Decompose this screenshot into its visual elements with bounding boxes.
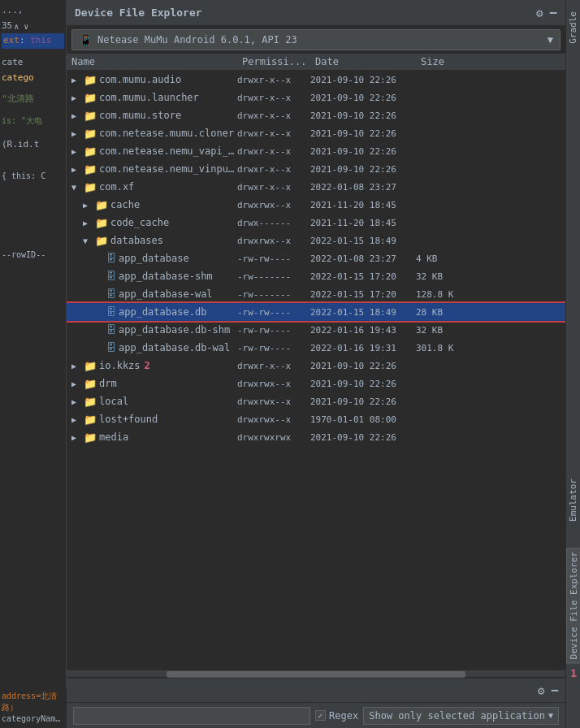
table-row[interactable]: ▶📁io.kkzs2drwxr-x--x2021-09-10 22:26 [67,357,565,375]
minimize-icon[interactable]: − [549,5,557,20]
file-name-cell: 🗄app_database-shm [67,271,237,282]
output-line-2: categoryName=计算机, bookPrice=69, bookAuth… [2,713,65,725]
filter-dropdown[interactable]: Show only selected application ▼ [363,707,559,725]
permissions-cell: drwxrwx--x [237,379,310,389]
table-row[interactable]: ▶📁lost+founddrwxrwx--x1970-01-01 08:00 [67,410,565,428]
gradle-tab[interactable]: Gradle [566,8,580,47]
db-file-icon: 🗄 [106,342,116,353]
expand-arrow-icon[interactable]: ▶ [83,219,93,228]
code-line-6: catego [2,71,64,86]
file-name-cell: ▶📁local [67,396,237,408]
expand-arrow-icon[interactable]: ▼ [71,183,81,192]
settings-icon[interactable]: ⚙ [536,6,543,20]
file-name-cell: ▶📁io.kkzs2 [67,360,237,372]
table-row[interactable]: 🗄app_database.db-shm-rw-rw----2022-01-16… [67,321,565,339]
date-cell: 2021-09-10 22:26 [310,146,416,157]
expand-arrow-icon[interactable]: ▶ [71,111,81,120]
permissions-cell: -rw------- [237,271,310,282]
table-row[interactable]: ▶📁drmdrwxrwx--x2021-09-10 22:26 [67,375,565,392]
file-name-text: com.xf [99,181,134,193]
table-row[interactable]: ▶📁localdrwxrwx--x2021-09-10 22:26 [67,392,565,410]
expand-arrow-icon[interactable]: ▶ [71,93,81,102]
permissions-cell: -rw------- [237,289,310,300]
expand-arrow-icon[interactable]: ▶ [71,362,81,370]
expand-arrow-icon[interactable]: ▶ [71,165,81,174]
file-explorer-panel: Device File Explorer ⚙ − 📱 Netease MuMu … [67,0,565,728]
expand-arrow-icon[interactable]: ▶ [71,129,81,138]
expand-arrow-icon[interactable]: ▶ [71,397,81,406]
code-line-8: "北清路 [2,92,64,107]
folder-icon: 📁 [95,235,108,247]
col-header-name: Name [71,56,242,67]
folder-icon: 📁 [84,110,97,122]
date-cell: 2021-09-10 22:26 [310,379,416,389]
file-name-cell: ▶📁com.mumu.audio [67,74,237,86]
filter-label: Show only selected application [369,710,545,722]
expand-arrow-icon[interactable]: ▶ [71,415,81,424]
number-badge: 1 [570,667,577,679]
table-row[interactable]: ▶📁mediadrwxrwxrwx2021-09-10 22:26 [67,428,565,446]
db-file-icon: 🗄 [106,271,116,282]
emulator-tab[interactable]: Emulator [566,475,580,525]
table-row[interactable]: ▼📁com.xfdrwxr-x--x2022-01-08 23:27 [67,178,565,196]
table-row[interactable]: ▶📁com.netease.nemu_vinput.r...drwxr-x--x… [67,160,565,178]
expand-arrow-icon[interactable]: ▶ [71,433,81,442]
code-line-9 [2,107,64,114]
regex-checkbox-container[interactable]: Regex [315,710,358,722]
file-name-cell: ▼📁com.xf [67,181,237,193]
file-name-cell: ▶📁com.netease.mumu.cloner [67,128,237,140]
table-row[interactable]: 🗄app_database-shm-rw-------2022-01-15 17… [67,267,565,285]
chevron-down-icon: ▼ [548,34,553,46]
table-row[interactable]: ▶📁cachedrwxrwx--x2021-11-20 18:45 [67,196,565,214]
permissions-cell: drwx------ [237,218,310,228]
code-line-11 [2,128,64,137]
expand-arrow-icon[interactable]: ▶ [83,201,93,210]
expand-arrow-icon[interactable]: ▶ [71,379,81,388]
file-name-text: databases [110,235,163,246]
expand-arrow-icon[interactable]: ▼ [83,236,93,245]
table-row[interactable]: 🗄app_database.db-rw-rw----2022-01-15 18:… [67,303,565,321]
table-row[interactable]: 🗄app_database.db-wal-rw-rw----2022-01-16… [67,339,565,357]
right-sidebar: Gradle Emulator Device File Explorer 1 [565,0,580,728]
date-cell: 2021-09-10 22:26 [310,93,416,103]
file-name-cell: ▶📁cache [67,199,237,211]
regex-checkbox[interactable] [315,710,326,721]
device-selector[interactable]: 📱 Netease MuMu Android 6.0.1, API 23 ▼ [71,29,561,50]
permissions-cell: drwxr-x--x [237,128,310,139]
toolbar-minimize-icon[interactable]: − [551,684,559,697]
table-row[interactable]: 🗄app_database-wal-rw-------2022-01-15 17… [67,285,565,303]
folder-icon: 📁 [84,92,97,104]
file-name-text: drm [99,378,117,389]
table-row[interactable]: ▶📁com.netease.nemu_vapi_an...drwxr-x--x2… [67,142,565,160]
file-name-text: app_database.db-wal [119,342,230,353]
date-cell: 2021-09-10 22:26 [310,396,416,407]
device-file-tab[interactable]: Device File Explorer [566,548,580,663]
db-file-icon: 🗄 [106,306,116,318]
expand-arrow-icon[interactable]: ▶ [71,76,81,84]
size-cell: 4 KB [416,254,465,264]
date-cell: 2022-01-15 18:49 [310,236,416,246]
date-cell: 2022-01-08 23:27 [310,254,416,264]
table-row[interactable]: ▶📁com.mumu.storedrwxr-x--x2021-09-10 22:… [67,106,565,124]
search-input[interactable] [73,707,310,725]
folder-icon: 📁 [84,145,97,158]
db-file-icon: 🗄 [106,288,116,300]
toolbar-settings-icon[interactable]: ⚙ [538,684,544,697]
table-row[interactable]: ▼📁databasesdrwxrwx--x2022-01-15 18:49 [67,232,565,249]
file-name-cell: ▶📁lost+found [67,414,237,426]
file-list[interactable]: ▶📁com.mumu.audiodrwxr-x--x2021-09-10 22:… [67,71,565,670]
code-line-1: ..., [2,3,64,19]
table-row[interactable]: ▶📁com.mumu.audiodrwxr-x--x2021-09-10 22:… [67,71,565,89]
table-row[interactable]: ▶📁com.netease.mumu.clonerdrwxr-x--x2021-… [67,124,565,142]
file-name-cell: ▶📁com.netease.nemu_vapi_an... [67,145,237,158]
db-file-icon: 🗄 [106,253,116,264]
permissions-cell: drwxrwx--x [237,396,310,407]
table-row[interactable]: ▶📁code_cachedrwx------2021-11-20 18:45 [67,214,565,232]
table-row[interactable]: 🗄app_database-rw-rw----2022-01-08 23:274… [67,249,565,267]
folder-icon: 📁 [95,217,108,229]
device-icon: 📱 [79,33,93,46]
expand-arrow-icon[interactable]: ▶ [71,147,81,156]
table-row[interactable]: ▶📁com.mumu.launcherdrwxr-x--x2021-09-10 … [67,89,565,106]
date-cell: 1970-01-01 08:00 [310,414,416,425]
file-name-text: com.netease.nemu_vapi_an... [99,145,237,157]
